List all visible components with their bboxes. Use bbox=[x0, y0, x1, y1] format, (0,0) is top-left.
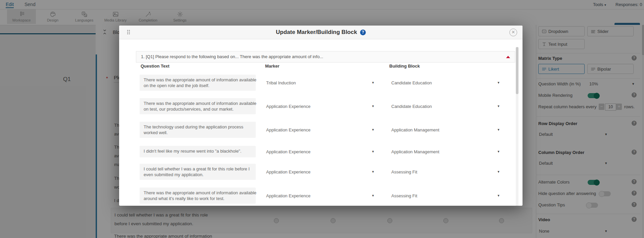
chevron-down-icon[interactable]: ▼ bbox=[371, 81, 375, 84]
question-text-line: I didn't feel like my resume went into "… bbox=[144, 148, 252, 154]
building-block-select[interactable]: Application Management bbox=[391, 127, 439, 132]
question-text-line: The technology used during the applicati… bbox=[144, 124, 252, 130]
chevron-down-icon[interactable]: ▼ bbox=[497, 81, 500, 84]
question-text-cell: The technology used during the applicati… bbox=[140, 122, 256, 138]
chevron-down-icon[interactable]: ▼ bbox=[371, 194, 375, 197]
collapse-caret-icon[interactable] bbox=[506, 56, 510, 58]
table-row: I could tell whether I was a great fit f… bbox=[119, 164, 515, 180]
question-text-line: worked well. bbox=[144, 130, 252, 135]
chevron-down-icon[interactable]: ▼ bbox=[497, 194, 500, 197]
table-row: I didn't feel like my resume went into "… bbox=[119, 146, 515, 157]
question-text-line: around what it's really like to work for… bbox=[144, 196, 252, 201]
building-block-select[interactable]: Assessing Fit bbox=[391, 193, 417, 198]
update-marker-modal: Update Marker/Building Block ? ✕ 1. [Q1]… bbox=[119, 26, 523, 206]
table-row: The technology used during the applicati… bbox=[119, 122, 515, 138]
chevron-down-icon[interactable]: ▼ bbox=[497, 128, 500, 131]
help-icon[interactable]: ? bbox=[360, 30, 366, 35]
modal-title: Update Marker/Building Block bbox=[276, 29, 357, 36]
question-accordion-header[interactable]: 1. [Q1] Please respond to the following … bbox=[136, 51, 515, 63]
chevron-down-icon[interactable]: ▼ bbox=[371, 170, 375, 173]
question-text-line: There was the appropriate amount of info… bbox=[144, 77, 252, 83]
question-text-line: I could tell whether I was a great fit f… bbox=[144, 166, 252, 172]
close-icon[interactable]: ✕ bbox=[509, 29, 517, 36]
column-header-marker: Marker bbox=[265, 64, 280, 69]
chevron-down-icon[interactable]: ▼ bbox=[497, 150, 500, 153]
question-text-line: on the open role and the job itself. bbox=[144, 83, 252, 88]
question-text-cell: I could tell whether I was a great fit f… bbox=[140, 164, 256, 180]
marker-select[interactable]: Application Experience bbox=[266, 169, 310, 174]
scrollbar-thumb[interactable] bbox=[516, 47, 518, 94]
accordion-label: 1. [Q1] Please respond to the following … bbox=[141, 51, 323, 62]
column-header-question-text: Question Text bbox=[141, 64, 169, 69]
marker-select[interactable]: Application Experience bbox=[266, 127, 310, 132]
chevron-down-icon[interactable]: ▼ bbox=[497, 105, 500, 108]
question-text-cell: There was the appropriate amount of info… bbox=[140, 75, 256, 91]
question-text-line: on test, our products/services, and our … bbox=[144, 106, 252, 112]
question-text-cell: I didn't feel like my resume went into "… bbox=[140, 146, 256, 157]
question-text-line: There was the appropriate amount of info… bbox=[144, 190, 252, 196]
table-row: There was the appropriate amount of info… bbox=[119, 98, 515, 114]
question-text-cell: There was the appropriate amount of info… bbox=[140, 188, 256, 204]
modal-scrollbar[interactable] bbox=[516, 47, 518, 206]
building-block-select[interactable]: Candidate Education bbox=[391, 104, 432, 109]
chevron-down-icon[interactable]: ▼ bbox=[371, 128, 375, 131]
chevron-down-icon[interactable]: ▼ bbox=[371, 150, 375, 153]
building-block-select[interactable]: Candidate Education bbox=[391, 80, 432, 85]
building-block-select[interactable]: Application Management bbox=[391, 149, 439, 154]
marker-select[interactable]: Application Experience bbox=[266, 193, 310, 198]
chevron-down-icon[interactable]: ▼ bbox=[371, 105, 375, 108]
column-header-building-block: Building Block bbox=[389, 64, 420, 69]
question-text-line: even submitted my application. bbox=[144, 172, 252, 177]
question-text-cell: There was the appropriate amount of info… bbox=[140, 98, 256, 114]
marker-select[interactable]: Application Experience bbox=[266, 149, 310, 154]
marker-select[interactable]: Tribal Induction bbox=[266, 80, 296, 85]
building-block-select[interactable]: Assessing Fit bbox=[391, 169, 417, 174]
question-text-line: There was the appropriate amount of info… bbox=[144, 101, 252, 106]
modal-header: Update Marker/Building Block ? ✕ bbox=[119, 26, 523, 39]
marker-select[interactable]: Application Experience bbox=[266, 104, 310, 109]
table-row: There was the appropriate amount of info… bbox=[119, 188, 515, 204]
table-row: There was the appropriate amount of info… bbox=[119, 75, 515, 91]
chevron-down-icon[interactable]: ▼ bbox=[497, 170, 500, 173]
